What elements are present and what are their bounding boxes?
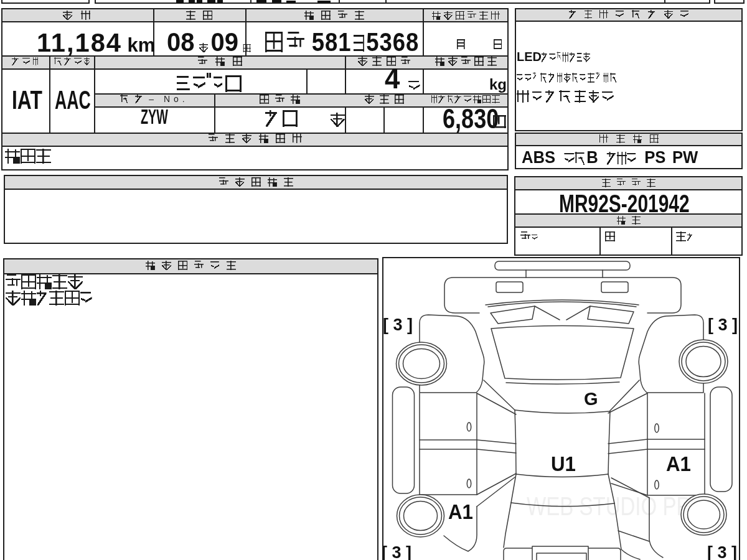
svg-text:A1: A1 [666, 452, 691, 476]
svg-text:[ 3 ]: [ 3 ] [708, 315, 738, 334]
svg-text:U1: U1 [551, 452, 576, 476]
svg-text:[ 3 ]: [ 3 ] [383, 315, 413, 334]
svg-text:G: G [584, 389, 598, 409]
svg-text:A1: A1 [448, 500, 473, 524]
svg-text:[ 3 ]: [ 3 ] [383, 543, 411, 560]
svg-text:[ 3 ]: [ 3 ] [707, 543, 737, 560]
